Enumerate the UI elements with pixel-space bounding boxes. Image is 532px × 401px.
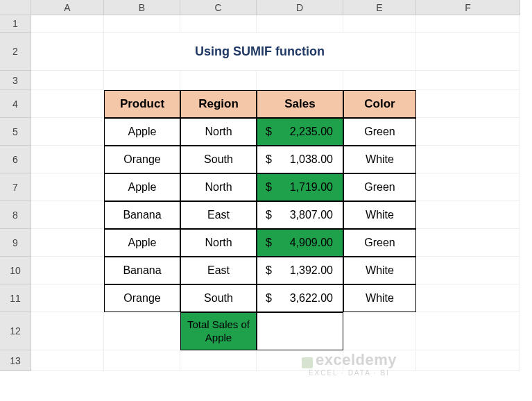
table-row[interactable]: East bbox=[180, 257, 257, 284]
cell[interactable] bbox=[343, 15, 416, 33]
row-header-12[interactable]: 12 bbox=[0, 312, 31, 350]
table-row[interactable]: South bbox=[180, 284, 257, 312]
row-header-10[interactable]: 10 bbox=[0, 257, 31, 284]
currency-sign: $ bbox=[266, 126, 272, 138]
table-row[interactable]: East bbox=[180, 201, 257, 229]
table-row[interactable]: Orange bbox=[104, 146, 180, 173]
cell[interactable] bbox=[257, 15, 343, 33]
cell[interactable] bbox=[416, 229, 520, 257]
cell[interactable] bbox=[416, 201, 520, 229]
row-header-11[interactable]: 11 bbox=[0, 284, 31, 312]
currency-sign: $ bbox=[266, 237, 272, 249]
cell[interactable] bbox=[31, 257, 104, 284]
table-row[interactable]: Apple bbox=[104, 229, 180, 257]
logo-icon bbox=[302, 357, 313, 368]
currency-sign: $ bbox=[266, 181, 272, 194]
row-header-9[interactable]: 9 bbox=[0, 229, 31, 257]
table-row[interactable]: Apple bbox=[104, 173, 180, 201]
table-row[interactable]: $4,909.00 bbox=[257, 229, 343, 257]
col-header-B[interactable]: B bbox=[104, 0, 180, 15]
watermark-tag: EXCEL · DATA · BI bbox=[302, 369, 397, 377]
table-header-color[interactable]: Color bbox=[343, 90, 416, 118]
cell[interactable] bbox=[104, 71, 180, 90]
cell[interactable] bbox=[31, 312, 104, 350]
col-header-D[interactable]: D bbox=[257, 0, 343, 15]
row-header-4[interactable]: 4 bbox=[0, 90, 31, 118]
table-row[interactable]: Banana bbox=[104, 201, 180, 229]
table-header-sales[interactable]: Sales bbox=[257, 90, 343, 118]
table-row[interactable]: North bbox=[180, 173, 257, 201]
cell[interactable] bbox=[31, 146, 104, 173]
row-header-5[interactable]: 5 bbox=[0, 118, 31, 146]
table-row[interactable]: Green bbox=[343, 229, 416, 257]
cell[interactable] bbox=[180, 15, 257, 33]
table-row[interactable]: White bbox=[343, 146, 416, 173]
table-row[interactable]: $1,719.00 bbox=[257, 173, 343, 201]
currency-sign: $ bbox=[266, 292, 272, 305]
row-header-8[interactable]: 8 bbox=[0, 201, 31, 229]
cell[interactable] bbox=[416, 33, 520, 71]
cell[interactable] bbox=[104, 312, 180, 350]
table-row[interactable]: South bbox=[180, 146, 257, 173]
total-label-cell[interactable]: Total Sales of Apple bbox=[180, 312, 257, 350]
cell[interactable] bbox=[343, 71, 416, 90]
cell[interactable] bbox=[31, 90, 104, 118]
table-row[interactable]: Green bbox=[343, 118, 416, 146]
table-row[interactable]: Banana bbox=[104, 257, 180, 284]
col-header-A[interactable]: A bbox=[31, 0, 104, 15]
row-header-2[interactable]: 2 bbox=[0, 33, 31, 71]
table-row[interactable]: $3,807.00 bbox=[257, 201, 343, 229]
table-row[interactable]: White bbox=[343, 257, 416, 284]
cell[interactable] bbox=[416, 312, 520, 350]
cell[interactable] bbox=[31, 229, 104, 257]
cell[interactable] bbox=[416, 173, 520, 201]
table-row[interactable]: $3,622.00 bbox=[257, 284, 343, 312]
cell[interactable] bbox=[257, 71, 343, 90]
cell[interactable] bbox=[180, 350, 257, 371]
cell[interactable] bbox=[416, 71, 520, 90]
watermark: exceldemy EXCEL · DATA · BI bbox=[302, 351, 397, 377]
cell[interactable] bbox=[31, 201, 104, 229]
cell[interactable] bbox=[343, 312, 416, 350]
table-row[interactable]: $1,392.00 bbox=[257, 257, 343, 284]
cell[interactable] bbox=[104, 15, 180, 33]
cell[interactable] bbox=[416, 90, 520, 118]
cell[interactable] bbox=[31, 350, 104, 371]
col-header-F[interactable]: F bbox=[416, 0, 520, 15]
cell[interactable] bbox=[31, 118, 104, 146]
row-header-6[interactable]: 6 bbox=[0, 146, 31, 173]
cell[interactable] bbox=[31, 173, 104, 201]
table-row[interactable]: $1,038.00 bbox=[257, 146, 343, 173]
table-row[interactable]: Apple bbox=[104, 118, 180, 146]
table-header-product[interactable]: Product bbox=[104, 90, 180, 118]
cell[interactable] bbox=[416, 118, 520, 146]
table-row[interactable]: North bbox=[180, 118, 257, 146]
cell[interactable] bbox=[416, 284, 520, 312]
col-header-C[interactable]: C bbox=[180, 0, 257, 15]
table-row[interactable]: $2,235.00 bbox=[257, 118, 343, 146]
amount: 3,622.00 bbox=[290, 292, 333, 305]
table-row[interactable]: White bbox=[343, 284, 416, 312]
cell[interactable] bbox=[180, 71, 257, 90]
row-header-3[interactable]: 3 bbox=[0, 71, 31, 90]
cell[interactable] bbox=[416, 146, 520, 173]
cell[interactable] bbox=[31, 33, 104, 71]
table-row[interactable]: Green bbox=[343, 173, 416, 201]
table-row[interactable]: North bbox=[180, 229, 257, 257]
cell[interactable] bbox=[416, 350, 520, 371]
row-header-7[interactable]: 7 bbox=[0, 173, 31, 201]
table-header-region[interactable]: Region bbox=[180, 90, 257, 118]
total-value-cell[interactable] bbox=[257, 312, 343, 350]
cell[interactable] bbox=[31, 15, 104, 33]
col-header-E[interactable]: E bbox=[343, 0, 416, 15]
select-all-corner[interactable] bbox=[0, 0, 31, 15]
cell[interactable] bbox=[416, 15, 520, 33]
table-row[interactable]: White bbox=[343, 201, 416, 229]
table-row[interactable]: Orange bbox=[104, 284, 180, 312]
cell[interactable] bbox=[31, 284, 104, 312]
cell[interactable] bbox=[416, 257, 520, 284]
row-header-1[interactable]: 1 bbox=[0, 15, 31, 33]
cell[interactable] bbox=[31, 71, 104, 90]
cell[interactable] bbox=[104, 350, 180, 371]
row-header-13[interactable]: 13 bbox=[0, 350, 31, 371]
